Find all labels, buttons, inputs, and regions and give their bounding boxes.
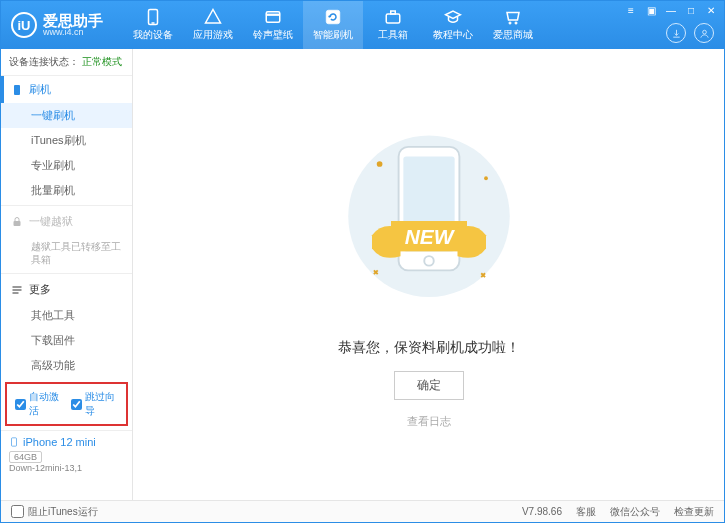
user-controls xyxy=(666,23,714,43)
folder-icon xyxy=(264,8,282,26)
svg-rect-13 xyxy=(13,289,22,290)
svg-point-22 xyxy=(376,161,382,167)
titlebar: iU 爱思助手 www.i4.cn 我的设备 应用游戏 铃声壁纸 智能刷机 工具… xyxy=(1,1,724,49)
checkbox-auto-activate[interactable]: 自动激活 xyxy=(15,390,63,418)
phone-icon xyxy=(144,8,162,26)
list-icon xyxy=(11,284,23,296)
nav-my-device[interactable]: 我的设备 xyxy=(123,1,183,49)
sidebar-item-oneclick[interactable]: 一键刷机 xyxy=(1,103,132,128)
device-panel[interactable]: iPhone 12 mini 64GB Down-12mini-13,1 xyxy=(1,430,132,479)
app-title: 爱思助手 xyxy=(43,13,103,28)
nav-wallpaper[interactable]: 铃声壁纸 xyxy=(243,1,303,49)
close-icon[interactable]: ✕ xyxy=(704,5,718,16)
app-window: iU 爱思助手 www.i4.cn 我的设备 应用游戏 铃声壁纸 智能刷机 工具… xyxy=(0,0,725,523)
sidebar-item-firmware[interactable]: 下载固件 xyxy=(1,328,132,353)
main-pane: NEW 恭喜您，保资料刷机成功啦！ 确定 查看日志 xyxy=(133,49,724,500)
maximize-icon[interactable]: □ xyxy=(684,5,698,16)
window-controls: ≡ ▣ — □ ✕ xyxy=(624,5,718,16)
apps-icon xyxy=(204,8,222,26)
connection-status: 设备连接状态： 正常模式 xyxy=(1,49,132,76)
device-capacity: 64GB xyxy=(9,451,42,463)
nav-store[interactable]: 爱思商城 xyxy=(483,1,543,49)
app-url: www.i4.cn xyxy=(43,28,103,37)
link-update[interactable]: 检查更新 xyxy=(674,505,714,519)
device-name: iPhone 12 mini xyxy=(9,435,124,449)
phone-icon xyxy=(11,84,23,96)
svg-point-8 xyxy=(515,22,517,24)
sidebar-item-pro[interactable]: 专业刷机 xyxy=(1,153,132,178)
svg-rect-15 xyxy=(12,438,17,446)
toolbox-icon xyxy=(384,8,402,26)
sidebar: 设备连接状态： 正常模式 刷机 一键刷机 iTunes刷机 专业刷机 批量刷机 … xyxy=(1,49,133,500)
version-label: V7.98.66 xyxy=(522,506,562,517)
minimize-icon[interactable]: — xyxy=(664,5,678,16)
link-support[interactable]: 客服 xyxy=(576,505,596,519)
option-row: 自动激活 跳过向导 xyxy=(5,382,128,426)
lock-icon xyxy=(11,216,23,228)
skin-icon[interactable]: ▣ xyxy=(644,5,658,16)
nav-apps[interactable]: 应用游戏 xyxy=(183,1,243,49)
nav-flash[interactable]: 智能刷机 xyxy=(303,1,363,49)
svg-rect-5 xyxy=(386,14,400,23)
sidebar-item-batch[interactable]: 批量刷机 xyxy=(1,178,132,203)
grad-cap-icon xyxy=(444,8,462,26)
svg-rect-12 xyxy=(13,286,22,287)
refresh-icon xyxy=(324,8,342,26)
svg-point-23 xyxy=(484,176,488,180)
svg-point-9 xyxy=(702,30,706,34)
device-model: Down-12mini-13,1 xyxy=(9,463,124,473)
svg-rect-11 xyxy=(14,221,21,226)
svg-point-7 xyxy=(509,22,511,24)
nav-tutorial[interactable]: 教程中心 xyxy=(423,1,483,49)
section-more[interactable]: 更多 xyxy=(1,276,132,303)
section-jailbreak[interactable]: 一键越狱 xyxy=(1,208,132,235)
svg-rect-10 xyxy=(14,85,20,95)
jailbreak-note: 越狱工具已转移至工具箱 xyxy=(1,235,132,271)
nav-toolbox[interactable]: 工具箱 xyxy=(363,1,423,49)
download-button[interactable] xyxy=(666,23,686,43)
sidebar-item-itunes[interactable]: iTunes刷机 xyxy=(1,128,132,153)
logo: iU 爱思助手 www.i4.cn xyxy=(11,12,103,38)
user-button[interactable] xyxy=(694,23,714,43)
logo-icon: iU xyxy=(11,12,37,38)
cart-icon xyxy=(504,8,522,26)
menu-icon[interactable]: ≡ xyxy=(624,5,638,16)
svg-text:NEW: NEW xyxy=(404,224,455,247)
link-wechat[interactable]: 微信公众号 xyxy=(610,505,660,519)
status-bar: 阻止iTunes运行 V7.98.66 客服 微信公众号 检查更新 xyxy=(1,500,724,522)
ok-button[interactable]: 确定 xyxy=(394,371,464,400)
svg-rect-3 xyxy=(266,14,280,16)
svg-rect-4 xyxy=(326,10,340,24)
view-log-link[interactable]: 查看日志 xyxy=(407,414,451,429)
body: 设备连接状态： 正常模式 刷机 一键刷机 iTunes刷机 专业刷机 批量刷机 … xyxy=(1,49,724,500)
top-nav: 我的设备 应用游戏 铃声壁纸 智能刷机 工具箱 教程中心 爱思商城 xyxy=(123,1,543,49)
svg-rect-14 xyxy=(13,292,19,293)
sidebar-item-advanced[interactable]: 高级功能 xyxy=(1,353,132,378)
svg-rect-2 xyxy=(266,12,280,23)
checkbox-skip-guide[interactable]: 跳过向导 xyxy=(71,390,119,418)
svg-rect-6 xyxy=(391,11,396,14)
success-illustration: NEW xyxy=(334,121,524,321)
checkbox-block-itunes[interactable]: 阻止iTunes运行 xyxy=(11,505,98,519)
section-flash[interactable]: 刷机 xyxy=(1,76,132,103)
success-message: 恭喜您，保资料刷机成功啦！ xyxy=(338,339,520,357)
sidebar-item-other[interactable]: 其他工具 xyxy=(1,303,132,328)
